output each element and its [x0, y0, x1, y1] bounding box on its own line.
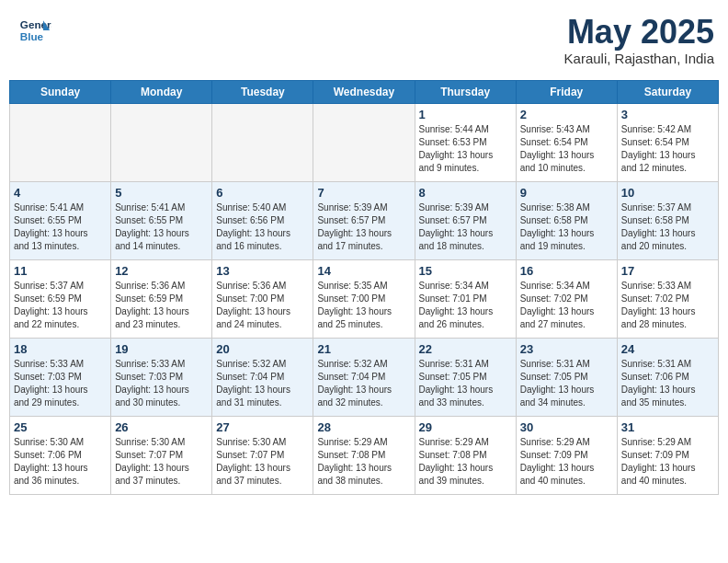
day-info: Sunrise: 5:38 AMSunset: 6:58 PMDaylight:…	[520, 201, 613, 253]
day-cell: 1Sunrise: 5:44 AMSunset: 6:53 PMDaylight…	[415, 103, 516, 181]
day-number: 6	[216, 186, 309, 200]
day-header: Sunday	[10, 80, 111, 103]
day-number: 11	[14, 264, 107, 278]
day-cell: 7Sunrise: 5:39 AMSunset: 6:57 PMDaylight…	[313, 181, 415, 259]
day-number: 8	[419, 186, 512, 200]
day-header: Wednesday	[313, 80, 415, 103]
day-info: Sunrise: 5:32 AMSunset: 7:04 PMDaylight:…	[216, 358, 309, 409]
logo: General Blue	[18, 14, 51, 47]
day-number: 24	[621, 342, 714, 356]
day-info: Sunrise: 5:37 AMSunset: 6:58 PMDaylight:…	[621, 201, 714, 253]
calendar-week-row: 11Sunrise: 5:37 AMSunset: 6:59 PMDayligh…	[10, 259, 719, 338]
day-info: Sunrise: 5:36 AMSunset: 7:00 PMDaylight:…	[216, 280, 309, 331]
title-block: May 2025 Karauli, Rajasthan, India	[564, 14, 714, 66]
day-info: Sunrise: 5:39 AMSunset: 6:57 PMDaylight:…	[419, 201, 512, 253]
day-info: Sunrise: 5:29 AMSunset: 7:08 PMDaylight:…	[419, 436, 512, 488]
day-number: 25	[14, 420, 107, 434]
calendar-week-row: 25Sunrise: 5:30 AMSunset: 7:06 PMDayligh…	[10, 416, 719, 494]
day-cell: 19Sunrise: 5:33 AMSunset: 7:03 PMDayligh…	[111, 338, 212, 416]
day-cell: 23Sunrise: 5:31 AMSunset: 7:05 PMDayligh…	[516, 338, 617, 416]
day-cell: 14Sunrise: 5:35 AMSunset: 7:00 PMDayligh…	[313, 259, 415, 338]
day-number: 10	[621, 186, 714, 200]
day-cell: 4Sunrise: 5:41 AMSunset: 6:55 PMDaylight…	[10, 181, 111, 259]
day-header: Tuesday	[212, 80, 313, 103]
day-cell: 24Sunrise: 5:31 AMSunset: 7:06 PMDayligh…	[617, 338, 718, 416]
day-cell: 8Sunrise: 5:39 AMSunset: 6:57 PMDaylight…	[415, 181, 516, 259]
day-number: 16	[520, 264, 613, 278]
day-cell: 3Sunrise: 5:42 AMSunset: 6:54 PMDaylight…	[617, 103, 718, 181]
day-number: 28	[317, 420, 410, 434]
day-cell: 27Sunrise: 5:30 AMSunset: 7:07 PMDayligh…	[212, 416, 313, 494]
day-info: Sunrise: 5:31 AMSunset: 7:05 PMDaylight:…	[419, 358, 512, 409]
day-number: 2	[520, 108, 613, 121]
header-row: SundayMondayTuesdayWednesdayThursdayFrid…	[10, 80, 719, 103]
day-info: Sunrise: 5:34 AMSunset: 7:02 PMDaylight:…	[520, 280, 613, 331]
day-number: 9	[520, 186, 613, 200]
svg-text:Blue: Blue	[20, 30, 44, 42]
day-cell: 30Sunrise: 5:29 AMSunset: 7:09 PMDayligh…	[516, 416, 617, 494]
month-title: May 2025	[564, 14, 714, 51]
day-info: Sunrise: 5:29 AMSunset: 7:09 PMDaylight:…	[520, 436, 613, 488]
day-info: Sunrise: 5:33 AMSunset: 7:03 PMDaylight:…	[14, 358, 107, 409]
day-info: Sunrise: 5:30 AMSunset: 7:07 PMDaylight:…	[216, 436, 309, 488]
day-info: Sunrise: 5:42 AMSunset: 6:54 PMDaylight:…	[621, 123, 714, 175]
day-number: 30	[520, 420, 613, 434]
day-info: Sunrise: 5:30 AMSunset: 7:06 PMDaylight:…	[14, 436, 107, 488]
day-cell: 5Sunrise: 5:41 AMSunset: 6:55 PMDaylight…	[111, 181, 212, 259]
day-number: 1	[419, 108, 512, 121]
day-info: Sunrise: 5:29 AMSunset: 7:08 PMDaylight:…	[317, 436, 410, 488]
empty-cell	[10, 103, 111, 181]
day-header: Friday	[516, 80, 617, 103]
day-number: 23	[520, 342, 613, 356]
day-info: Sunrise: 5:41 AMSunset: 6:55 PMDaylight:…	[115, 201, 208, 253]
empty-cell	[212, 103, 313, 181]
day-header: Saturday	[617, 80, 718, 103]
day-info: Sunrise: 5:33 AMSunset: 7:02 PMDaylight:…	[621, 280, 714, 331]
day-info: Sunrise: 5:44 AMSunset: 6:53 PMDaylight:…	[419, 123, 512, 175]
day-cell: 6Sunrise: 5:40 AMSunset: 6:56 PMDaylight…	[212, 181, 313, 259]
day-cell: 13Sunrise: 5:36 AMSunset: 7:00 PMDayligh…	[212, 259, 313, 338]
day-cell: 26Sunrise: 5:30 AMSunset: 7:07 PMDayligh…	[111, 416, 212, 494]
day-number: 20	[216, 342, 309, 356]
day-cell: 16Sunrise: 5:34 AMSunset: 7:02 PMDayligh…	[516, 259, 617, 338]
day-cell: 29Sunrise: 5:29 AMSunset: 7:08 PMDayligh…	[415, 416, 516, 494]
calendar-week-row: 1Sunrise: 5:44 AMSunset: 6:53 PMDaylight…	[10, 103, 719, 181]
day-number: 22	[419, 342, 512, 356]
day-info: Sunrise: 5:41 AMSunset: 6:55 PMDaylight:…	[14, 201, 107, 253]
day-cell: 15Sunrise: 5:34 AMSunset: 7:01 PMDayligh…	[415, 259, 516, 338]
day-header: Thursday	[415, 80, 516, 103]
day-number: 4	[14, 186, 107, 200]
day-info: Sunrise: 5:36 AMSunset: 6:59 PMDaylight:…	[115, 280, 208, 331]
day-info: Sunrise: 5:31 AMSunset: 7:06 PMDaylight:…	[621, 358, 714, 409]
day-cell: 21Sunrise: 5:32 AMSunset: 7:04 PMDayligh…	[313, 338, 415, 416]
day-cell: 25Sunrise: 5:30 AMSunset: 7:06 PMDayligh…	[10, 416, 111, 494]
day-number: 18	[14, 342, 107, 356]
calendar-week-row: 4Sunrise: 5:41 AMSunset: 6:55 PMDaylight…	[10, 181, 719, 259]
day-cell: 18Sunrise: 5:33 AMSunset: 7:03 PMDayligh…	[10, 338, 111, 416]
day-number: 19	[115, 342, 208, 356]
day-info: Sunrise: 5:30 AMSunset: 7:07 PMDaylight:…	[115, 436, 208, 488]
day-info: Sunrise: 5:40 AMSunset: 6:56 PMDaylight:…	[216, 201, 309, 253]
logo-icon: General Blue	[18, 14, 51, 47]
day-number: 27	[216, 420, 309, 434]
day-cell: 17Sunrise: 5:33 AMSunset: 7:02 PMDayligh…	[617, 259, 718, 338]
day-info: Sunrise: 5:34 AMSunset: 7:01 PMDaylight:…	[419, 280, 512, 331]
day-number: 7	[317, 186, 410, 200]
day-info: Sunrise: 5:33 AMSunset: 7:03 PMDaylight:…	[115, 358, 208, 409]
day-header: Monday	[111, 80, 212, 103]
day-cell: 2Sunrise: 5:43 AMSunset: 6:54 PMDaylight…	[516, 103, 617, 181]
day-cell: 11Sunrise: 5:37 AMSunset: 6:59 PMDayligh…	[10, 259, 111, 338]
calendar-table: SundayMondayTuesdayWednesdayThursdayFrid…	[9, 80, 719, 495]
day-number: 26	[115, 420, 208, 434]
empty-cell	[313, 103, 415, 181]
day-cell: 22Sunrise: 5:31 AMSunset: 7:05 PMDayligh…	[415, 338, 516, 416]
day-info: Sunrise: 5:37 AMSunset: 6:59 PMDaylight:…	[14, 280, 107, 331]
day-number: 15	[419, 264, 512, 278]
day-number: 13	[216, 264, 309, 278]
day-info: Sunrise: 5:43 AMSunset: 6:54 PMDaylight:…	[520, 123, 613, 175]
day-cell: 10Sunrise: 5:37 AMSunset: 6:58 PMDayligh…	[617, 181, 718, 259]
day-cell: 12Sunrise: 5:36 AMSunset: 6:59 PMDayligh…	[111, 259, 212, 338]
day-number: 5	[115, 186, 208, 200]
day-cell: 20Sunrise: 5:32 AMSunset: 7:04 PMDayligh…	[212, 338, 313, 416]
day-info: Sunrise: 5:39 AMSunset: 6:57 PMDaylight:…	[317, 201, 410, 253]
